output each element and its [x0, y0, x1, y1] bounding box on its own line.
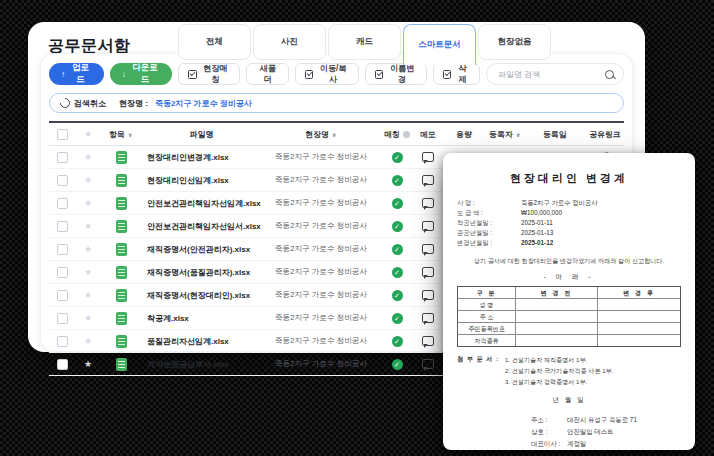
search-icon[interactable] — [605, 70, 614, 79]
download-button[interactable]: ↓ 다운로드 — [110, 63, 173, 85]
memo-icon[interactable] — [422, 290, 434, 300]
search-input[interactable] — [496, 69, 600, 80]
site-filter-value: 죽동2지구 가로수 정비공사 — [155, 98, 252, 109]
star-icon[interactable]: ★ — [84, 244, 92, 254]
document-date-line: 년 월 일 — [457, 396, 681, 405]
file-name[interactable]: 품질관리자선임계.xlsx — [141, 336, 262, 347]
memo-icon[interactable] — [422, 359, 434, 369]
memo-icon[interactable] — [422, 221, 434, 231]
info-icon[interactable] — [403, 131, 410, 138]
matched-check-icon: ✓ — [392, 221, 403, 232]
tab-smart-document[interactable]: 스마트문서 — [403, 24, 476, 65]
memo-icon[interactable] — [422, 267, 434, 277]
site-name: 죽동2지구 가로수 정비공사 — [262, 290, 380, 300]
file-name[interactable]: 현장대리인선임계.xlsx — [141, 175, 262, 186]
star-icon[interactable]: ★ — [84, 152, 92, 162]
header-share-link: 공유링크 — [586, 129, 624, 140]
sort-icon: ∨ — [128, 131, 133, 138]
row-checkbox[interactable] — [57, 313, 68, 324]
matched-check-icon: ✓ — [392, 175, 403, 186]
delete-button[interactable]: 삭제 — [433, 63, 480, 85]
memo-icon[interactable] — [422, 152, 434, 162]
excel-file-icon — [116, 151, 127, 164]
new-folder-button[interactable]: 새폴더 — [246, 63, 289, 85]
document-statement: 상기 공사에 대한 현장대리인을 변경하였기에 아래와 같이 신고합니다. — [457, 257, 681, 266]
file-name[interactable]: 안전보건관리책임자선임서.xlsx — [141, 221, 262, 232]
row-checkbox[interactable] — [57, 244, 68, 255]
matched-check-icon: ✓ — [392, 313, 403, 324]
header-memo: 메모 — [414, 129, 442, 140]
star-header-icon: ★ — [84, 129, 92, 139]
header-registrant[interactable]: 등록자 ∨ — [486, 129, 524, 140]
upload-button[interactable]: ↑ 업로드 — [49, 63, 104, 85]
memo-icon[interactable] — [422, 313, 434, 323]
memo-icon[interactable] — [422, 244, 434, 254]
excel-file-icon — [116, 358, 127, 371]
matched-check-icon: ✓ — [392, 267, 403, 278]
row-checkbox[interactable] — [57, 336, 68, 347]
memo-icon[interactable] — [422, 336, 434, 346]
header-item[interactable]: 항목 ∨ — [101, 129, 141, 140]
file-name[interactable]: 현장대리인변경계.xlsx — [141, 152, 262, 163]
row-checkbox[interactable] — [57, 221, 68, 232]
site-match-button[interactable]: 현장매칭 — [178, 63, 240, 85]
matched-check-icon: ✓ — [392, 290, 403, 301]
star-icon[interactable]: ★ — [84, 267, 92, 277]
excel-file-icon — [116, 174, 127, 187]
file-name[interactable]: 계약보증금납부서.xlsx — [141, 359, 262, 370]
matched-check-icon: ✓ — [392, 198, 403, 209]
rename-button[interactable]: 이름변경 — [365, 63, 427, 85]
site-filter-label: 현장명 : — [119, 98, 148, 109]
site-name: 죽동2지구 가로수 정비공사 — [262, 221, 380, 231]
header-filename: 파일명 — [141, 129, 262, 140]
excel-file-icon — [116, 243, 127, 256]
site-name: 죽동2지구 가로수 정비공사 — [262, 336, 380, 346]
file-name[interactable]: 재직증명서(현장대리인).xlsx — [141, 290, 262, 301]
row-checkbox[interactable] — [57, 290, 68, 301]
star-icon[interactable]: ★ — [84, 175, 92, 185]
checkbox-action-icon — [188, 70, 196, 79]
move-copy-button[interactable]: 이동/복사 — [295, 63, 359, 85]
row-checkbox[interactable] — [57, 175, 68, 186]
file-name[interactable]: 안전보건관리책임자선임계.xlsx — [141, 198, 262, 209]
change-table: 구 분 변 경 전 변 경 후 성 명 주 소 주민등록번호 자격종류 — [457, 286, 681, 347]
excel-file-icon — [116, 289, 127, 302]
file-name[interactable]: 재직증명서(안전관리자).xlsx — [141, 244, 262, 255]
table-header: ★ 항목 ∨ 파일명 현장명 ∨ 매칭 메모 용량 — [49, 121, 624, 146]
document-preview[interactable]: 현장대리인 변경계 사 명 :죽동2지구 가로수 정비공사 도 급 액 :₩10… — [443, 153, 695, 450]
excel-file-icon — [116, 312, 127, 325]
star-icon[interactable]: ★ — [84, 290, 92, 300]
star-icon[interactable]: ★ — [84, 336, 92, 346]
matched-check-icon: ✓ — [392, 336, 403, 347]
site-name: 죽동2지구 가로수 정비공사 — [262, 313, 380, 323]
filter-bar: 검색취소 현장명 : 죽동2지구 가로수 정비공사 — [49, 93, 624, 113]
file-name[interactable]: 착공계.xlsx — [141, 313, 262, 324]
document-title: 현장대리인 변경계 — [457, 171, 681, 186]
matched-check-icon: ✓ — [392, 244, 403, 255]
star-icon[interactable]: ★ — [84, 359, 92, 369]
screen: 공무문서함 전체 사진 캐드 스마트문서 현장없음 ↑ 업로드 ↓ 다운로드 — [0, 0, 714, 456]
tab-no-site[interactable]: 현장없음 — [478, 24, 551, 60]
site-name: 죽동2지구 가로수 정비공사 — [262, 198, 380, 208]
tab-cad[interactable]: 캐드 — [328, 24, 401, 60]
matched-check-icon: ✓ — [392, 359, 403, 370]
site-name: 죽동2지구 가로수 정비공사 — [262, 152, 380, 162]
tab-photo[interactable]: 사진 — [253, 24, 326, 60]
header-size: 용량 — [442, 129, 486, 140]
star-icon[interactable]: ★ — [84, 313, 92, 323]
star-icon[interactable]: ★ — [84, 221, 92, 231]
file-name[interactable]: 재직증명서(품질관리자).xlsx — [141, 267, 262, 278]
toolbar: ↑ 업로드 ↓ 다운로드 현장매칭 새폴더 이동/복사 — [49, 63, 624, 85]
star-icon[interactable]: ★ — [84, 198, 92, 208]
row-checkbox[interactable] — [57, 152, 68, 163]
search-cancel-button[interactable]: 검색취소 — [60, 98, 106, 109]
header-site[interactable]: 현장명 ∨ — [262, 129, 380, 140]
row-checkbox[interactable] — [57, 267, 68, 278]
select-all-checkbox[interactable] — [57, 129, 68, 140]
row-checkbox[interactable] — [57, 198, 68, 209]
row-checkbox[interactable] — [57, 359, 68, 370]
tab-all[interactable]: 전체 — [178, 24, 251, 60]
memo-icon[interactable] — [422, 175, 434, 185]
memo-icon[interactable] — [422, 198, 434, 208]
site-name: 죽동2지구 가로수 정비공사 — [262, 359, 380, 369]
